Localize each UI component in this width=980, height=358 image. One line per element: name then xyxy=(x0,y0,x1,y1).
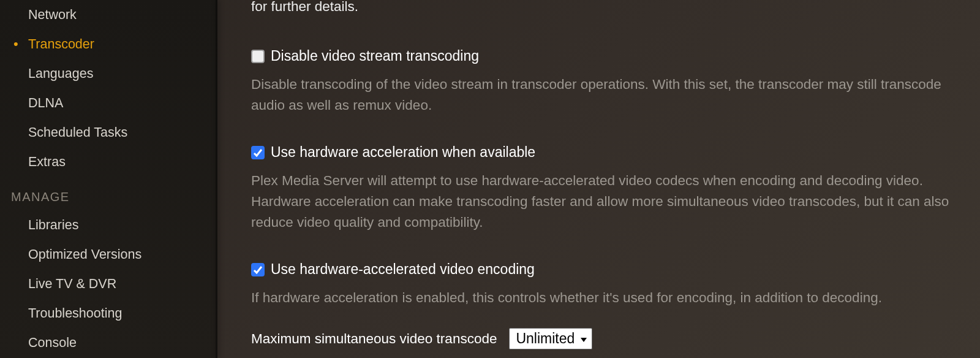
select-label: Maximum simultaneous video transcode xyxy=(251,331,497,347)
checkbox-use-hardware-accelerated-encoding[interactable] xyxy=(251,263,265,276)
setting-label-row: Use hardware-accelerated video encoding xyxy=(251,261,956,278)
check-icon xyxy=(253,148,263,158)
check-icon xyxy=(253,265,263,275)
sidebar-item-label: Live TV & DVR xyxy=(28,275,116,292)
sidebar-item-label: Transcoder xyxy=(28,36,94,53)
setting-label-row: Use hardware acceleration when available xyxy=(251,144,956,161)
settings-sidebar: Network Transcoder Languages DLNA Schedu… xyxy=(0,0,217,358)
intro-text-fragment: for further details. xyxy=(251,0,956,17)
sidebar-item-label: Languages xyxy=(28,65,93,82)
sidebar-item-languages[interactable]: Languages xyxy=(0,59,217,88)
sidebar-item-optimized-versions[interactable]: Optimized Versions xyxy=(0,240,217,269)
setting-description: If hardware acceleration is enabled, thi… xyxy=(251,288,956,308)
sidebar-item-troubleshooting[interactable]: Troubleshooting xyxy=(0,299,217,328)
checkbox-use-hardware-acceleration[interactable] xyxy=(251,146,265,159)
setting-label: Disable video stream transcoding xyxy=(271,48,479,64)
sidebar-item-transcoder[interactable]: Transcoder xyxy=(0,29,217,59)
setting-label: Use hardware acceleration when available xyxy=(271,144,535,161)
setting-use-hardware-accelerated-encoding: Use hardware-accelerated video encoding … xyxy=(251,261,956,308)
sidebar-item-extras[interactable]: Extras xyxy=(0,147,217,177)
sidebar-item-label: Libraries xyxy=(28,216,78,234)
setting-label: Use hardware-accelerated video encoding xyxy=(271,261,535,278)
setting-use-hardware-acceleration: Use hardware acceleration when available… xyxy=(251,144,956,233)
select-value: Unlimited xyxy=(516,330,575,347)
sidebar-item-dlna[interactable]: DLNA xyxy=(0,88,217,118)
sidebar-item-console[interactable]: Console xyxy=(0,328,217,357)
setting-description: Plex Media Server will attempt to use ha… xyxy=(251,170,956,233)
setting-label-row: Disable video stream transcoding xyxy=(251,48,956,64)
sidebar-item-live-tv-dvr[interactable]: Live TV & DVR xyxy=(0,269,217,299)
sidebar-item-label: Troubleshooting xyxy=(28,305,122,322)
sidebar-item-label: Console xyxy=(28,334,77,351)
sidebar-item-label: Optimized Versions xyxy=(28,246,141,263)
sidebar-item-label: Scheduled Tasks xyxy=(28,124,127,141)
sidebar-item-scheduled-tasks[interactable]: Scheduled Tasks xyxy=(0,118,217,147)
sidebar-section-manage: MANAGE xyxy=(0,177,217,210)
setting-description: Disable transcoding of the video stream … xyxy=(251,74,956,116)
sidebar-item-label: Extras xyxy=(28,153,66,170)
sidebar-item-libraries[interactable]: Libraries xyxy=(0,210,217,240)
sidebar-item-label: Network xyxy=(28,6,77,23)
settings-panel: for further details. Disable video strea… xyxy=(217,0,980,358)
setting-disable-video-stream-transcoding: Disable video stream transcoding Disable… xyxy=(251,48,956,116)
setting-max-simultaneous-transcode: Maximum simultaneous video transcode Unl… xyxy=(251,328,956,349)
checkbox-disable-video-stream-transcoding[interactable] xyxy=(251,50,265,63)
sidebar-item-network[interactable]: Network xyxy=(0,0,217,29)
select-max-transcode[interactable]: Unlimited xyxy=(509,328,592,349)
sidebar-item-label: DLNA xyxy=(28,94,63,112)
